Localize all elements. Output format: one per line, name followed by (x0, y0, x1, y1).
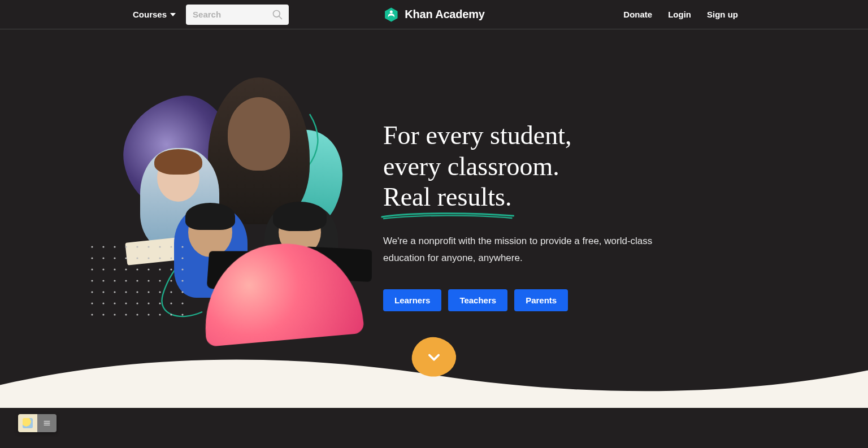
svg-point-65 (170, 314, 172, 315)
svg-point-36 (147, 280, 149, 281)
theme-toggle-button[interactable] (18, 414, 37, 432)
headline-line-2: every classroom. (383, 152, 559, 181)
search-box[interactable] (186, 5, 289, 25)
headline-emphasis: Real results. (383, 182, 511, 211)
svg-point-14 (102, 257, 104, 259)
search-icon (272, 9, 283, 20)
svg-point-38 (170, 280, 172, 281)
svg-point-18 (147, 257, 149, 259)
svg-point-58 (91, 314, 93, 315)
svg-point-21 (181, 257, 183, 259)
svg-point-45 (147, 291, 149, 293)
svg-point-55 (159, 302, 160, 304)
scroll-down-button[interactable] (412, 337, 456, 377)
svg-point-28 (159, 268, 160, 270)
svg-point-4 (91, 246, 93, 247)
site-header: Courses Khan Academy (0, 0, 868, 29)
svg-point-50 (102, 302, 104, 304)
svg-point-27 (147, 268, 149, 270)
courses-label: Courses (133, 10, 167, 19)
svg-point-16 (125, 257, 127, 259)
brand-name: Khan Academy (405, 8, 484, 21)
chevron-down-icon (170, 12, 176, 18)
svg-point-64 (159, 314, 160, 315)
svg-point-29 (170, 268, 172, 270)
svg-point-49 (91, 302, 93, 304)
menu-toggle-button[interactable] (37, 414, 57, 432)
parents-button[interactable]: Parents (514, 289, 568, 311)
svg-point-22 (91, 268, 93, 270)
svg-point-46 (159, 291, 160, 293)
svg-point-66 (181, 314, 183, 315)
svg-point-54 (147, 302, 149, 304)
svg-point-26 (136, 268, 138, 270)
svg-point-35 (136, 280, 138, 281)
svg-point-13 (91, 257, 93, 259)
svg-point-57 (181, 302, 183, 304)
svg-point-56 (170, 302, 172, 304)
svg-point-51 (114, 302, 115, 304)
menu-icon (42, 419, 51, 428)
hero-headline: For every student, every classroom. Real… (383, 120, 773, 212)
svg-point-30 (181, 268, 183, 270)
underline-scribble-icon (381, 211, 515, 220)
svg-point-39 (181, 280, 183, 281)
svg-point-34 (125, 280, 127, 281)
header-nav: Donate Login Sign up (623, 10, 738, 19)
svg-point-52 (125, 302, 127, 304)
svg-point-8 (136, 246, 138, 247)
logo-icon (383, 7, 399, 23)
svg-point-48 (181, 291, 183, 293)
svg-point-62 (136, 314, 138, 315)
svg-point-9 (147, 246, 149, 247)
svg-line-1 (279, 16, 282, 19)
svg-point-10 (159, 246, 160, 247)
svg-point-40 (91, 291, 93, 293)
svg-point-60 (114, 314, 115, 315)
svg-point-25 (125, 268, 127, 270)
svg-point-59 (102, 314, 104, 315)
svg-point-37 (159, 280, 160, 281)
brand-logo[interactable]: Khan Academy (383, 7, 484, 23)
svg-point-24 (114, 268, 115, 270)
svg-point-63 (147, 314, 149, 315)
learners-button[interactable]: Learners (383, 289, 441, 311)
hero-subhead: We're a nonprofit with the mission to pr… (383, 233, 666, 267)
svg-point-6 (114, 246, 115, 247)
svg-point-44 (136, 291, 138, 293)
headline-line-1: For every student, (383, 121, 571, 150)
svg-point-3 (390, 10, 393, 13)
svg-point-11 (170, 246, 172, 247)
svg-point-33 (114, 280, 115, 281)
svg-point-5 (102, 246, 104, 247)
hero-collage (95, 75, 361, 340)
donate-link[interactable]: Donate (623, 10, 652, 19)
svg-point-43 (125, 291, 127, 293)
svg-point-15 (114, 257, 115, 259)
signup-link[interactable]: Sign up (707, 10, 738, 19)
collage-dot-grid (89, 244, 191, 317)
svg-point-12 (181, 246, 183, 247)
chevron-down-icon (426, 349, 442, 365)
cta-row: Learners Teachers Parents (383, 289, 773, 311)
login-link[interactable]: Login (668, 10, 691, 19)
svg-point-41 (102, 291, 104, 293)
svg-point-17 (136, 257, 138, 259)
svg-point-53 (136, 302, 138, 304)
courses-dropdown[interactable]: Courses (133, 10, 176, 19)
hero-section: For every student, every classroom. Real… (0, 29, 868, 408)
svg-point-19 (159, 257, 160, 259)
svg-point-61 (125, 314, 127, 315)
svg-point-32 (102, 280, 104, 281)
svg-point-7 (125, 246, 127, 247)
svg-point-42 (114, 291, 115, 293)
teachers-button[interactable]: Teachers (448, 289, 507, 311)
svg-point-47 (170, 291, 172, 293)
floating-controls (18, 414, 57, 432)
svg-point-31 (91, 280, 93, 281)
svg-point-23 (102, 268, 104, 270)
svg-point-20 (170, 257, 172, 259)
